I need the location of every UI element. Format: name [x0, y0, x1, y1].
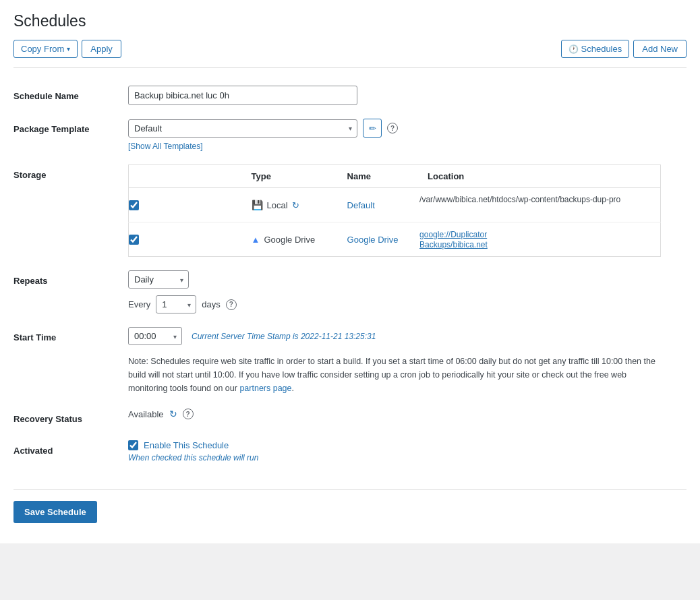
show-templates-link[interactable]: [Show All Templates] [128, 142, 203, 151]
storage-col-name: Name [339, 165, 420, 188]
repeats-select[interactable]: Daily Weekly Monthly Hourly Manual [128, 270, 189, 289]
storage-name-default: Default [339, 188, 420, 222]
time-select-wrapper: 00:00 01:00 02:00 03:00 04:00 05:00 06:0… [128, 327, 182, 345]
storage-location-local: /var/www/bibica.net/htdocs/wp-content/ba… [419, 188, 660, 222]
storage-link-default[interactable]: Default [347, 200, 375, 210]
storage-location-gdrive: google://DuplicatorBackups/bibica.net [419, 222, 660, 257]
enable-schedule-checkbox[interactable] [128, 440, 138, 450]
add-new-button[interactable]: Add New [633, 40, 687, 58]
schedule-name-input[interactable] [128, 86, 357, 105]
toolbar-right: 🕐 Schedules Add New [561, 40, 687, 58]
storage-checkbox-cell [129, 188, 243, 222]
template-select[interactable]: Default [128, 119, 357, 138]
package-template-row: Package Template Default ▾ ✏ ? [13, 112, 687, 158]
repeats-label: Repeats [13, 264, 128, 320]
toolbar: Copy From ▾ Apply 🕐 Schedules Add New [13, 40, 687, 68]
activated-sub-text: When checked this schedule will run [128, 453, 687, 462]
storage-checkbox-gdrive[interactable] [129, 235, 139, 245]
every-select[interactable]: 1 2 3 4 5 6 7 [156, 295, 196, 313]
toolbar-left: Copy From ▾ Apply [13, 40, 121, 58]
start-time-controls: 00:00 01:00 02:00 03:00 04:00 05:00 06:0… [128, 327, 687, 345]
copy-from-label: Copy From [21, 44, 64, 54]
help-icon: ? [226, 299, 237, 310]
local-type-label: Local [267, 200, 288, 210]
page-title: Schedules [13, 12, 687, 30]
activated-controls: Enable This Schedule [128, 440, 687, 450]
repeats-select-wrapper: Daily Weekly Monthly Hourly Manual ▾ [128, 270, 189, 289]
recovery-status-label: Recovery Status [13, 402, 128, 433]
storage-row: Storage Type Name Location [13, 158, 687, 264]
recovery-refresh-icon[interactable]: ↻ [169, 409, 177, 419]
storage-link-gdrive[interactable]: Google Drive [347, 235, 399, 245]
recovery-status-row: Recovery Status Available ↻ ? [13, 402, 687, 433]
schedules-button[interactable]: 🕐 Schedules [561, 40, 630, 58]
storage-col-checkbox [129, 165, 243, 188]
note-text-after: . [292, 384, 294, 393]
package-template-label: Package Template [13, 112, 128, 158]
start-time-label: Start Time [13, 320, 128, 402]
schedule-name-label: Schedule Name [13, 79, 128, 112]
gdrive-location-link[interactable]: google://DuplicatorBackups/bibica.net [419, 230, 488, 249]
storage-checkbox-local[interactable] [129, 200, 139, 210]
copy-from-button[interactable]: Copy From ▾ [13, 40, 78, 58]
repeats-controls: Daily Weekly Monthly Hourly Manual ▾ [128, 270, 687, 289]
template-select-wrapper: Default ▾ [128, 119, 357, 138]
gdrive-icon: ▲ [252, 235, 260, 245]
repeats-row: Repeats Daily Weekly Monthly Hourly Manu… [13, 264, 687, 320]
schedules-label: Schedules [581, 44, 622, 54]
schedule-name-row: Schedule Name [13, 79, 687, 112]
gdrive-type-label: Google Drive [264, 235, 315, 245]
local-storage-icon: 💾 [252, 200, 263, 210]
form-table: Schedule Name Package Template Default [13, 79, 687, 469]
storage-label: Storage [13, 158, 128, 264]
storage-col-location: Location [419, 165, 660, 188]
save-schedule-button[interactable]: Save Schedule [13, 501, 97, 523]
time-select[interactable]: 00:00 01:00 02:00 03:00 04:00 05:00 06:0… [128, 327, 182, 345]
storage-col-type: Type [243, 165, 339, 188]
storage-table: Type Name Location [128, 164, 661, 257]
storage-name-gdrive: Google Drive [339, 222, 420, 257]
activated-row: Activated Enable This Schedule When chec… [13, 433, 687, 469]
server-time-stamp: Current Server Time Stamp is 2022-11-21 … [192, 332, 376, 341]
help-icon: ? [387, 123, 398, 133]
help-icon: ? [183, 409, 194, 419]
storage-type-gdrive: ▲ Google Drive [243, 222, 339, 257]
note-text-before: Note: Schedules require web site traffic… [128, 357, 655, 393]
recovery-row: Available ↻ ? [128, 409, 687, 419]
enable-label: Enable This Schedule [144, 440, 229, 450]
every-row: Every 1 2 3 4 5 6 7 [128, 295, 687, 313]
every-select-wrapper: 1 2 3 4 5 6 7 ▾ [156, 295, 196, 313]
save-section: Save Schedule [13, 489, 687, 523]
chevron-down-icon: ▾ [67, 45, 70, 53]
every-label: Every [128, 299, 150, 309]
days-label: days [202, 299, 220, 309]
storage-header-row: Type Name Location [129, 165, 661, 188]
refresh-icon[interactable]: ↻ [292, 200, 299, 210]
edit-template-button[interactable]: ✏ [363, 119, 382, 138]
recovery-status-value: Available [128, 409, 164, 419]
apply-button[interactable]: Apply [82, 40, 121, 58]
clock-icon: 🕐 [568, 44, 579, 54]
activated-label-cell: Activated [13, 433, 128, 469]
storage-checkbox-cell [129, 222, 243, 257]
table-row: 💾 Local ↻ Default /var/www/bibica.net/h [129, 188, 661, 222]
storage-type-local: 💾 Local ↻ [243, 188, 339, 222]
template-row: Default ▾ ✏ ? [128, 119, 687, 138]
partners-page-link[interactable]: partners page [239, 384, 291, 393]
table-row: ▲ Google Drive Google Drive google://Dup… [129, 222, 661, 257]
start-time-row: Start Time 00:00 01:00 02:00 03:00 04:00 [13, 320, 687, 402]
note-box: Note: Schedules require web site traffic… [128, 355, 661, 395]
